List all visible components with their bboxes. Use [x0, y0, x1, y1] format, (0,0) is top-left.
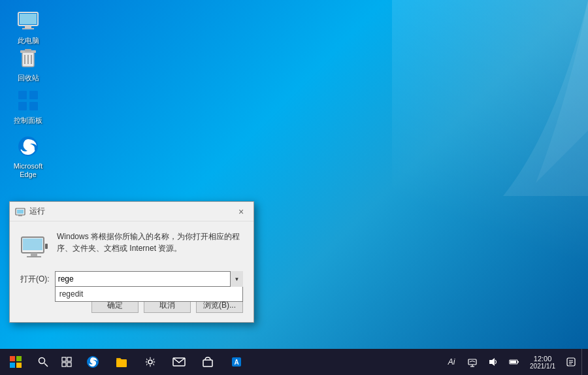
svg-rect-45 [510, 361, 516, 363]
desktop-icon-edge[interactable]: Microsoft Edge [5, 131, 51, 182]
svg-rect-11 [29, 91, 38, 99]
show-desktop-button[interactable] [581, 349, 585, 375]
clock-date: 2021/1/1 [530, 363, 555, 370]
edge-icon [15, 133, 41, 159]
ai-label[interactable]: Ai [441, 349, 462, 375]
taskbar: A Ai [0, 349, 588, 375]
dialog-body: Windows 将根据你所输入的名称，为你打开相应的程序、文件夹、文档或 Int… [10, 221, 253, 269]
taskbar-store[interactable] [193, 349, 222, 375]
svg-rect-10 [18, 91, 27, 99]
autocomplete-item-regedit[interactable]: regedit [56, 287, 242, 301]
recycle-bin-label: 回收站 [18, 74, 39, 82]
dialog-input-wrapper: ▼ regedit [55, 271, 243, 287]
recycle-bin-icon [15, 45, 41, 71]
svg-rect-24 [16, 356, 22, 361]
taskbar-mail[interactable] [165, 349, 193, 375]
svg-rect-40 [468, 359, 476, 365]
svg-rect-32 [67, 363, 71, 367]
taskbar-edge[interactable] [78, 349, 107, 375]
svg-rect-17 [18, 215, 22, 216]
desktop-icon-this-pc[interactable]: 此电脑 [5, 5, 51, 48]
run-input[interactable] [55, 271, 243, 287]
dropdown-button[interactable]: ▼ [230, 271, 243, 287]
task-view-button[interactable] [55, 349, 78, 375]
action-center-icon[interactable] [561, 349, 581, 375]
svg-rect-29 [62, 357, 66, 361]
control-panel-label: 控制面板 [14, 116, 42, 125]
dialog-run-icon [20, 232, 49, 261]
svg-rect-3 [22, 28, 34, 29]
svg-rect-16 [17, 210, 24, 214]
dialog-close-button[interactable]: × [234, 204, 248, 219]
svg-point-35 [148, 360, 152, 364]
svg-rect-23 [10, 356, 15, 361]
taskbar-clock[interactable]: 12:00 2021/1/1 [525, 349, 561, 375]
desktop: 此电脑 回收站 控制面板 [0, 0, 588, 375]
autocomplete-dropdown: regedit [55, 287, 243, 302]
search-button[interactable] [31, 349, 55, 375]
network-icon[interactable] [462, 349, 483, 375]
svg-line-28 [44, 363, 48, 367]
desktop-icon-control-panel[interactable]: 控制面板 [5, 85, 51, 127]
run-dialog: 运行 × Windows 将根据你所输入的名称，为你打开相应的程序、文件夹、文档… [9, 201, 254, 323]
clock-time: 12:00 [534, 355, 552, 363]
svg-rect-19 [23, 238, 42, 250]
svg-rect-30 [67, 357, 71, 361]
svg-rect-46 [517, 361, 519, 363]
svg-rect-25 [10, 363, 15, 368]
svg-point-27 [39, 358, 45, 364]
dialog-description: Windows 将根据你所输入的名称，为你打开相应的程序、文件夹、文档或 Int… [57, 231, 243, 254]
taskbar-settings[interactable] [136, 349, 165, 375]
svg-rect-22 [45, 244, 48, 249]
svg-rect-20 [31, 253, 37, 256]
battery-icon[interactable] [504, 349, 525, 375]
control-panel-icon [15, 88, 41, 114]
taskbar-pinned-apps: A [78, 349, 251, 375]
svg-rect-13 [29, 102, 38, 110]
svg-rect-6 [25, 49, 31, 52]
edge-label: Microsoft Edge [8, 162, 48, 179]
taskbar-file-explorer[interactable] [107, 349, 136, 375]
desktop-icon-recycle-bin[interactable]: 回收站 [5, 42, 51, 85]
run-dialog-icon [15, 206, 25, 217]
svg-rect-31 [62, 363, 66, 367]
this-pc-icon [15, 8, 41, 34]
taskbar-extra-app[interactable]: A [222, 349, 251, 375]
svg-rect-37 [203, 360, 212, 367]
svg-rect-2 [25, 25, 31, 28]
taskbar-tray: Ai [441, 349, 588, 375]
dialog-open-label: 打开(O): [20, 274, 50, 285]
dialog-input-row: 打开(O): ▼ regedit [10, 269, 253, 292]
svg-rect-34 [116, 359, 127, 367]
svg-rect-12 [18, 102, 27, 110]
start-button[interactable] [0, 349, 31, 375]
svg-rect-26 [16, 363, 22, 368]
svg-rect-21 [27, 256, 41, 257]
dialog-titlebar: 运行 × [10, 202, 253, 221]
svg-rect-1 [20, 14, 37, 24]
svg-marker-43 [489, 358, 495, 366]
svg-text:A: A [234, 359, 238, 366]
volume-icon[interactable] [483, 349, 504, 375]
dialog-title: 运行 [29, 206, 234, 217]
